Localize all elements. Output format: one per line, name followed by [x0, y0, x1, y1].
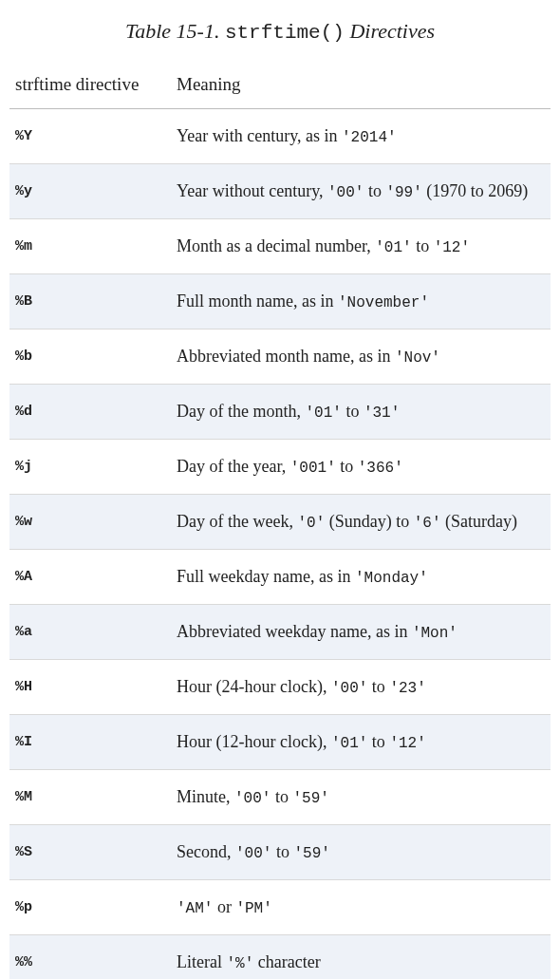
- table-row: %aAbbreviated weekday name, as in 'Mon': [9, 605, 551, 660]
- cell-meaning: Full month name, as in 'November': [171, 274, 551, 329]
- cell-directive: %%: [9, 935, 171, 980]
- cell-meaning: Day of the month, '01' to '31': [171, 385, 551, 440]
- cell-meaning: Minute, '00' to '59': [171, 770, 551, 825]
- cell-meaning: Year with century, as in '2014': [171, 109, 551, 164]
- caption-prefix: Table 15-1.: [125, 19, 225, 43]
- cell-directive: %j: [9, 440, 171, 495]
- table-row: %dDay of the month, '01' to '31': [9, 385, 551, 440]
- caption-suffix: Directives: [345, 19, 435, 43]
- cell-directive: %w: [9, 495, 171, 550]
- cell-directive: %a: [9, 605, 171, 660]
- cell-directive: %A: [9, 550, 171, 605]
- cell-meaning: Literal '%' character: [171, 935, 551, 980]
- cell-directive: %b: [9, 329, 171, 385]
- cell-directive: %I: [9, 715, 171, 770]
- cell-meaning: 'AM' or 'PM': [171, 880, 551, 935]
- table-caption: Table 15-1. strftime() Directives: [9, 17, 551, 46]
- cell-meaning: Hour (24-hour clock), '00' to '23': [171, 660, 551, 715]
- table-row: %HHour (24-hour clock), '00' to '23': [9, 660, 551, 715]
- table-row: %yYear without century, '00' to '99' (19…: [9, 164, 551, 219]
- table-row: %YYear with century, as in '2014': [9, 109, 551, 164]
- cell-directive: %S: [9, 825, 171, 880]
- table-row: %%Literal '%' character: [9, 935, 551, 980]
- table-row: %mMonth as a decimal number, '01' to '12…: [9, 219, 551, 274]
- table-row: %AFull weekday name, as in 'Monday': [9, 550, 551, 605]
- table-row: %IHour (12-hour clock), '01' to '12': [9, 715, 551, 770]
- cell-directive: %Y: [9, 109, 171, 164]
- directives-table: strftime directive Meaning %YYear with c…: [9, 65, 551, 979]
- cell-meaning: Second, '00' to '59': [171, 825, 551, 880]
- table-row: %wDay of the week, '0' (Sunday) to '6' (…: [9, 495, 551, 550]
- table-row: %p'AM' or 'PM': [9, 880, 551, 935]
- header-row: strftime directive Meaning: [9, 65, 551, 109]
- table-row: %BFull month name, as in 'November': [9, 274, 551, 329]
- cell-meaning: Hour (12-hour clock), '01' to '12': [171, 715, 551, 770]
- table-row: %SSecond, '00' to '59': [9, 825, 551, 880]
- page-content: Table 15-1. strftime() Directives strfti…: [9, 17, 551, 979]
- header-directive: strftime directive: [9, 65, 171, 109]
- cell-directive: %y: [9, 164, 171, 219]
- cell-meaning: Full weekday name, as in 'Monday': [171, 550, 551, 605]
- cell-directive: %B: [9, 274, 171, 329]
- cell-meaning: Year without century, '00' to '99' (1970…: [171, 164, 551, 219]
- cell-directive: %m: [9, 219, 171, 274]
- table-row: %bAbbreviated month name, as in 'Nov': [9, 329, 551, 385]
- cell-directive: %H: [9, 660, 171, 715]
- cell-directive: %p: [9, 880, 171, 935]
- table-row: %jDay of the year, '001' to '366': [9, 440, 551, 495]
- cell-meaning: Abbreviated month name, as in 'Nov': [171, 329, 551, 385]
- cell-meaning: Month as a decimal number, '01' to '12': [171, 219, 551, 274]
- cell-directive: %d: [9, 385, 171, 440]
- cell-meaning: Day of the year, '001' to '366': [171, 440, 551, 495]
- caption-code: strftime(): [225, 22, 345, 44]
- cell-meaning: Abbreviated weekday name, as in 'Mon': [171, 605, 551, 660]
- cell-directive: %M: [9, 770, 171, 825]
- header-meaning: Meaning: [171, 65, 551, 109]
- cell-meaning: Day of the week, '0' (Sunday) to '6' (Sa…: [171, 495, 551, 550]
- table-row: %MMinute, '00' to '59': [9, 770, 551, 825]
